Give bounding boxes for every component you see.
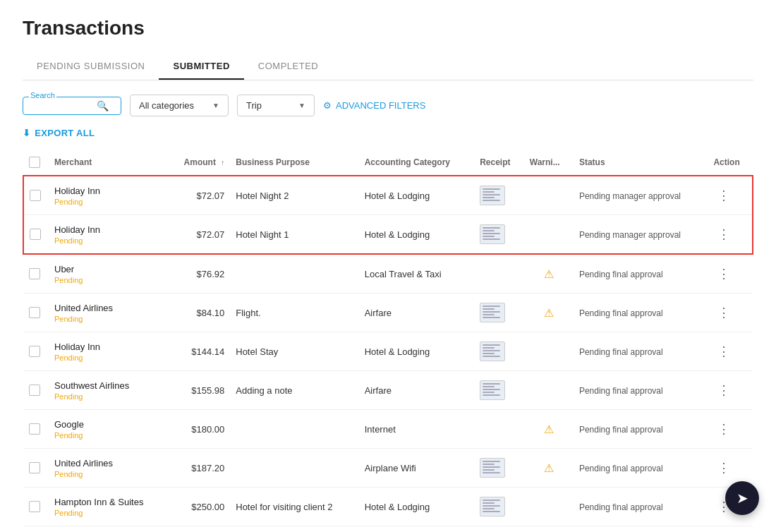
warning-icon: ⚠ [530,423,568,436]
search-icon: 🔍 [97,100,109,111]
amount-cell: $187.20 [169,449,231,488]
merchant-cell: Google Pending [49,410,169,449]
sort-icon: ↑ [221,159,224,167]
receipt-thumbnail [480,186,505,205]
business-purpose-cell: Hotel Night 1 [230,215,358,255]
amount-cell: $155.98 [169,371,231,410]
receipt-cell [474,332,524,371]
warning-cell [524,176,574,215]
accounting-category-cell: Airplane Wifi [359,449,474,488]
row-action-button[interactable]: ⋮ [713,341,734,362]
advanced-filters-button[interactable]: ⚙ ADVANCED FILTERS [323,100,425,111]
warning-icon: ⚠ [530,267,568,281]
amount-cell: $180.00 [169,410,231,449]
row-action-button[interactable]: ⋮ [713,457,734,478]
business-purpose-cell [230,526,358,533]
warning-cell: ⚠ [524,410,574,449]
select-all-checkbox[interactable] [29,157,40,168]
search-input[interactable] [29,100,92,111]
row-action-button[interactable]: ⋮ [713,263,734,284]
receipt-cell [474,526,524,533]
table-row: Google Pending $180.00 Internet ⚠ Pendin… [23,410,753,449]
amount-header[interactable]: Amount ↑ [169,150,231,176]
warning-cell [524,488,574,526]
action-header: Action [708,150,753,176]
status-cell: Pending final approval [574,371,708,410]
amount-cell: $72.07 [169,176,231,215]
advanced-filters-label: ADVANCED FILTERS [336,100,425,111]
merchant-status: Pending [54,392,163,401]
row-checkbox[interactable] [29,307,40,318]
table-row: Holiday Inn Pending $144.14 Hotel Stay H… [23,332,753,371]
row-action-button[interactable]: ⋮ [713,380,734,401]
amount-cell: $76.92 [169,254,231,294]
status-cell: Pending final approval [574,254,708,294]
row-action-button[interactable]: ⋮ [713,224,734,245]
fab-button[interactable]: ➤ [725,481,759,515]
status-cell: Pending final approval [574,488,708,526]
row-checkbox[interactable] [29,385,40,396]
row-checkbox[interactable] [30,190,41,201]
action-cell: ⋮ [708,410,753,449]
filter-icon: ⚙ [323,100,332,111]
row-action-button[interactable]: ⋮ [713,302,734,323]
chevron-down-icon: ▼ [212,102,219,109]
accounting-category-cell: Local Travel & Taxi [359,254,474,294]
row-checkbox[interactable] [30,229,41,240]
transactions-table: Merchant Amount ↑ Business Purpose Accou… [23,150,753,532]
table-row: Hampton Inn & Suites Pending $250.00 Hot… [23,488,753,526]
action-cell: ⋮ [708,526,753,533]
receipt-header: Receipt [474,150,524,176]
table-row: MTA*NYCT Paygo Pending $275.00 Other ⚠ P… [23,526,753,533]
table-row: Holiday Inn Pending $72.07 Hotel Night 2… [23,176,753,215]
row-action-button[interactable]: ⋮ [713,185,734,206]
action-cell: ⋮ [708,371,753,410]
row-checkbox[interactable] [29,268,40,279]
warning-icon: ⚠ [530,461,568,475]
warning-cell: ⚠ [524,254,574,294]
row-checkbox-cell [23,176,49,215]
receipt-cell [474,176,524,215]
status-cell: Pending final approval [574,332,708,371]
page-title: Transactions [23,17,753,40]
accounting-category-cell: Airfare [359,371,474,410]
merchant-cell: Southwest Airlines Pending [49,371,169,410]
accounting-category-header: Accounting Category [359,150,474,176]
trip-dropdown[interactable]: Trip ▼ [237,95,315,116]
receipt-cell [474,449,524,488]
status-cell: Pending manager approval [574,215,708,255]
row-checkbox[interactable] [29,423,40,435]
row-checkbox-cell [23,332,49,371]
business-purpose-cell: Adding a note [230,371,358,410]
warning-header: Warni... [524,150,574,176]
tab-completed[interactable]: COMPLETED [244,54,332,80]
row-checkbox[interactable] [29,346,40,357]
receipt-cell [474,294,524,332]
business-purpose-cell [230,254,358,294]
row-action-button[interactable]: ⋮ [713,418,734,440]
merchant-name: Holiday Inn [54,224,163,235]
row-checkbox-cell [23,294,49,332]
export-all-button[interactable]: ⬇ EXPORT ALL [23,128,95,138]
export-label: EXPORT ALL [35,128,95,138]
row-checkbox[interactable] [29,462,40,473]
business-purpose-cell: Hotel Stay [230,332,358,371]
merchant-status: Pending [54,353,163,362]
chevron-down-icon: ▼ [298,102,305,109]
warning-cell: ⚠ [524,449,574,488]
accounting-category-cell: Hotel & Lodging [359,176,474,215]
merchant-name: Uber [54,264,163,274]
amount-cell: $275.00 [169,526,231,533]
row-checkbox[interactable] [29,501,40,512]
merchant-status: Pending [54,315,163,323]
tab-submitted[interactable]: SUBMITTED [159,54,243,80]
receipt-cell [474,371,524,410]
search-label: Search [29,91,56,99]
warning-cell: ⚠ [524,294,574,332]
table-row: Southwest Airlines Pending $155.98 Addin… [23,371,753,410]
receipt-thumbnail [480,458,505,478]
merchant-header: Merchant [49,150,169,176]
status-cell: Pending final approval [574,410,708,449]
category-dropdown[interactable]: All categories ▼ [130,95,229,116]
tab-pending-submission[interactable]: PENDING SUBMISSION [23,54,159,80]
